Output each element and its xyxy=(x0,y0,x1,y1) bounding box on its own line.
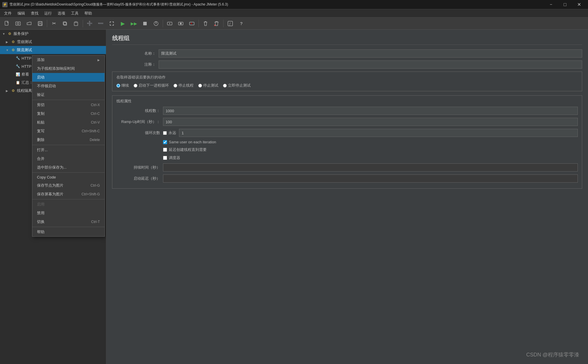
svg-rect-1 xyxy=(16,22,20,25)
toolbar-remote-start[interactable] xyxy=(164,19,175,28)
same-user-label[interactable]: Same user on each iteration xyxy=(163,140,578,144)
ctx-duplicate[interactable]: 复写 Ctrl+Shift-C xyxy=(32,127,105,135)
http1-icon: 🔧 xyxy=(15,56,20,61)
loop-forever-group: 永远 xyxy=(163,130,176,135)
title-bar-controls: － □ ✕ xyxy=(544,0,586,9)
view-icon: 📊 xyxy=(15,72,20,77)
svg-rect-5 xyxy=(39,24,42,25)
thread-props-section: 线程属性 线程数： Ramp-Up时间（秒）： 循环次数 永远 xyxy=(112,95,582,189)
ctx-delete[interactable]: 删除 Delete xyxy=(32,135,105,144)
ctx-validate-label: 验证 xyxy=(37,92,45,97)
minimize-button[interactable]: － xyxy=(544,0,558,9)
name-input[interactable] xyxy=(159,49,582,58)
ctx-add-response-time[interactable]: 为子线程添加响应时间 xyxy=(32,64,105,73)
toolbar-collapse[interactable]: ➖ xyxy=(95,19,106,28)
toolbar-cut[interactable]: ✂ xyxy=(49,19,59,28)
duration-input[interactable] xyxy=(163,163,578,172)
title-bar-left: ⚡ 雪崩测试.jmx (D:\BaiduNetdiskDownload\Spri… xyxy=(2,2,228,7)
menu-help[interactable]: 帮助 xyxy=(82,9,95,17)
tree-label-avalanche: 雪崩测试 xyxy=(17,39,32,44)
ctx-save-node-img[interactable]: 保存节点为图片 Ctrl-G xyxy=(32,181,105,190)
scheduler-label[interactable]: 调度器 xyxy=(163,155,578,160)
error-radio-group: 继续 启动下一进程循环 停止线程 停止测试 立即停止测试 xyxy=(116,83,578,88)
ctx-sep-2 xyxy=(32,145,105,145)
ctx-disable[interactable]: 禁用 xyxy=(32,209,105,217)
ctx-merge[interactable]: 合并 xyxy=(32,154,105,163)
ctx-start[interactable]: 启动 xyxy=(32,73,105,82)
ctx-help[interactable]: 帮助 xyxy=(32,228,105,236)
toolbar-help[interactable]: ? xyxy=(236,19,247,28)
title-bar: ⚡ 雪崩测试.jmx (D:\BaiduNetdiskDownload\Spri… xyxy=(0,0,588,9)
start-delay-input[interactable] xyxy=(163,174,578,183)
ctx-save-screen-img[interactable]: 保存屏幕为图片 Ctrl+Shift-G xyxy=(32,190,105,199)
toolbar-shutdown[interactable] xyxy=(151,19,161,28)
toolbar-stop[interactable] xyxy=(140,19,150,28)
radio-stop-thread[interactable]: 停止线程 xyxy=(173,83,194,88)
toolbar-remote-stop[interactable] xyxy=(176,19,186,28)
ctx-cut[interactable]: 剪切 Ctrl-X xyxy=(32,101,105,109)
loop-forever-checkbox[interactable] xyxy=(163,131,167,135)
menu-find[interactable]: 查找 xyxy=(28,9,41,17)
tree-arrow-ratelimit: ▼ xyxy=(6,49,9,52)
context-menu: 添加 ▶ 为子线程添加响应时间 启动 不停顿启动 验证 剪切 xyxy=(32,55,105,237)
toolbar-function-helper[interactable]: f xyxy=(225,19,235,28)
maximize-button[interactable]: □ xyxy=(558,0,572,9)
ctx-open[interactable]: 打开... xyxy=(32,146,105,154)
tree-arrow: ▼ xyxy=(2,32,6,35)
start-delay-row: 启动延迟（秒） xyxy=(116,174,578,183)
toolbar-sep-3 xyxy=(163,20,163,27)
rampup-label: Ramp-Up时间（秒）： xyxy=(116,119,163,124)
ctx-copy-code[interactable]: Copy Code xyxy=(32,173,105,181)
ctx-add[interactable]: 添加 ▶ xyxy=(32,56,105,64)
start-delay-label: 启动延迟（秒） xyxy=(116,176,163,181)
toolbar-new[interactable] xyxy=(2,19,12,28)
toolbar-expand[interactable]: ➕ xyxy=(84,19,95,28)
radio-start-next-loop[interactable]: 启动下一进程循环 xyxy=(134,83,169,88)
toolbar-paste[interactable] xyxy=(71,19,81,28)
menu-file[interactable]: 文件 xyxy=(1,9,15,17)
toolbar-save[interactable] xyxy=(35,19,45,28)
radio-continue[interactable]: 继续 xyxy=(116,83,129,88)
toolbar-open-template[interactable] xyxy=(13,19,23,28)
tree-item-service-protect[interactable]: ▼ ⚙ 服务保护 xyxy=(0,30,106,38)
toolbar-remote-shutdown[interactable] xyxy=(187,19,197,28)
duration-label: 持续时间（秒） xyxy=(116,165,163,170)
menu-options[interactable]: 选项 xyxy=(55,9,68,17)
toolbar-open[interactable] xyxy=(24,19,34,28)
delay-thread-label[interactable]: 延迟创建线程直到需要 xyxy=(163,147,578,152)
close-button[interactable]: ✕ xyxy=(572,0,586,9)
rampup-input[interactable] xyxy=(163,118,578,126)
tree-item-ratelimit[interactable]: ▼ ⚙ 限流测试 xyxy=(0,46,106,54)
tree-item-avalanche[interactable]: ▶ ⚙ 雪崩测试 xyxy=(0,38,106,46)
ctx-copy[interactable]: 复制 Ctrl-C xyxy=(32,109,105,118)
same-user-checkbox[interactable] xyxy=(163,140,167,144)
toolbar-zoom-fit[interactable] xyxy=(107,19,117,28)
ctx-validate[interactable]: 验证 xyxy=(32,90,105,99)
menu-run[interactable]: 运行 xyxy=(41,9,55,17)
loop-forever-label[interactable]: 永远 xyxy=(169,130,176,135)
radio-stop-test-now[interactable]: 立即停止测试 xyxy=(223,83,251,88)
comment-input[interactable] xyxy=(159,60,582,69)
svg-rect-0 xyxy=(5,21,8,25)
radio-stop-test[interactable]: 停止测试 xyxy=(198,83,218,88)
scheduler-checkbox[interactable] xyxy=(163,156,167,160)
toolbar-copy[interactable] xyxy=(60,19,70,28)
sidebar: ▼ ⚙ 服务保护 ▶ ⚙ 雪崩测试 ▼ ⚙ 限流测试 🔧 HTTP 🔧 HTTP xyxy=(0,30,106,364)
ctx-start-no-pause[interactable]: 不停顿启动 xyxy=(32,82,105,90)
menu-tools[interactable]: 工具 xyxy=(68,9,82,17)
toolbar-clear-all[interactable] xyxy=(211,19,222,28)
toolbar-clear[interactable] xyxy=(200,19,211,28)
toolbar-sep-2 xyxy=(83,20,83,27)
ctx-save-selection[interactable]: 选中部分保存为... xyxy=(32,163,105,172)
toolbar-sep-4 xyxy=(199,20,199,27)
thread-count-input[interactable] xyxy=(163,107,578,115)
toolbar-start[interactable]: ▶ xyxy=(118,19,128,28)
menu-edit[interactable]: 编辑 xyxy=(15,9,28,17)
loop-count-input[interactable] xyxy=(179,129,578,137)
delay-thread-checkbox[interactable] xyxy=(163,148,167,152)
name-row: 名称： xyxy=(112,49,582,58)
ctx-toggle[interactable]: 切换 Ctrl-T xyxy=(32,217,105,226)
ctx-help-label: 帮助 xyxy=(37,229,45,235)
toolbar-start-no-pause[interactable]: ▶▶ xyxy=(129,19,139,28)
ctx-paste[interactable]: 粘贴 Ctrl-V xyxy=(32,118,105,127)
